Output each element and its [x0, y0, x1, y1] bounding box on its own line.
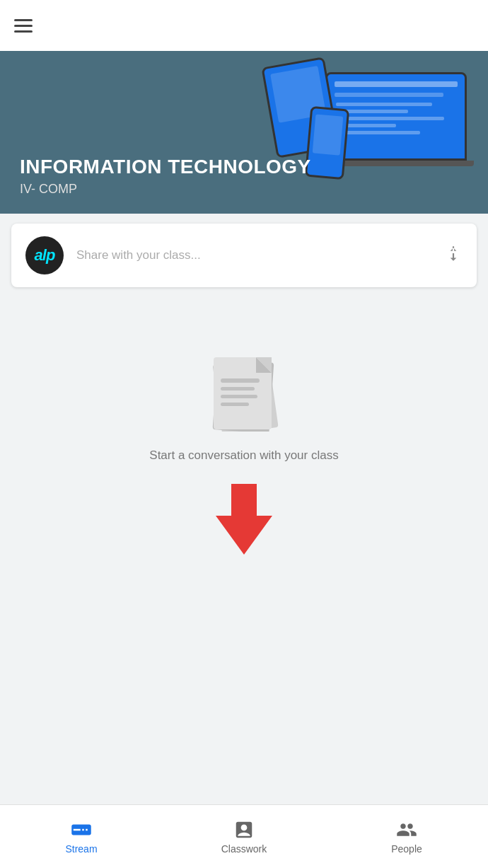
- bottom-navigation: Stream Classwork People: [0, 804, 488, 868]
- share-placeholder-text[interactable]: Share with your class...: [76, 248, 431, 262]
- svg-marker-15: [216, 484, 272, 555]
- empty-illustration: [198, 340, 290, 434]
- class-banner: INFORMATION TECHNOLOGY IV- COMP: [0, 51, 488, 214]
- svg-rect-14: [221, 403, 249, 406]
- stream-icon: [71, 819, 92, 840]
- main-content: alp Share with your class...: [0, 224, 488, 640]
- svg-rect-13: [221, 395, 257, 398]
- share-exchange-icon[interactable]: [444, 245, 463, 266]
- svg-rect-12: [221, 387, 255, 390]
- share-card[interactable]: alp Share with your class...: [11, 224, 477, 287]
- nav-item-classwork[interactable]: Classwork: [163, 805, 325, 868]
- people-label: People: [391, 843, 422, 855]
- hamburger-menu-icon[interactable]: [14, 19, 33, 33]
- red-arrow-indicator: [216, 484, 272, 555]
- empty-message: Start a conversation with your class: [149, 449, 338, 463]
- svg-rect-11: [221, 378, 260, 383]
- people-icon: [396, 819, 417, 840]
- nav-item-people[interactable]: People: [325, 805, 488, 868]
- classwork-icon: [233, 819, 255, 840]
- top-bar: [0, 0, 488, 51]
- avatar-text: alp: [35, 246, 55, 265]
- banner-text: INFORMATION TECHNOLOGY IV- COMP: [20, 155, 311, 197]
- class-title: INFORMATION TECHNOLOGY: [20, 155, 311, 179]
- avatar: alp: [25, 236, 64, 274]
- phone-device: [305, 106, 350, 180]
- empty-state: Start a conversation with your class: [0, 297, 488, 569]
- stream-label: Stream: [65, 843, 97, 855]
- class-subtitle: IV- COMP: [20, 182, 311, 197]
- nav-item-stream[interactable]: Stream: [0, 805, 163, 868]
- classwork-label: Classwork: [221, 843, 267, 855]
